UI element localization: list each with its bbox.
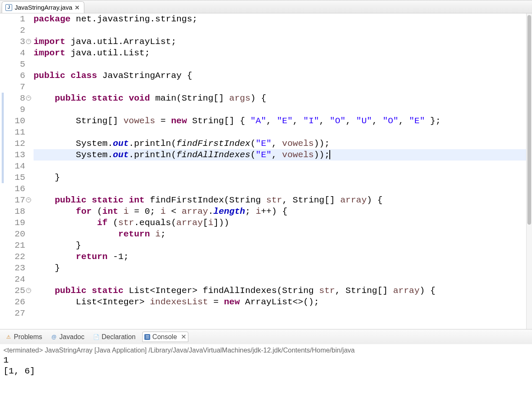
code-line[interactable] — [34, 59, 532, 70]
line-number: 22 — [7, 251, 25, 262]
console-status: <terminated> JavaStringArray [Java Appli… — [0, 344, 532, 355]
code-line[interactable]: for (int i = 0; i < array.length; i++) { — [34, 206, 532, 217]
tab-javadoc[interactable]: @ Javadoc — [49, 332, 86, 342]
line-number: 26 — [7, 296, 25, 308]
console-output[interactable]: 1 [1, 6] — [0, 355, 532, 377]
fold-toggle-icon[interactable]: − — [26, 39, 31, 44]
line-number-gutter[interactable]: 1234567891011121314151617181920212223242… — [7, 13, 27, 329]
code-line[interactable]: System.out.println(findFirstIndex("E", v… — [34, 138, 532, 149]
line-number: 21 — [7, 240, 25, 251]
line-number: 8 — [7, 93, 25, 104]
code-line[interactable]: } — [34, 240, 532, 251]
line-number: 23 — [7, 262, 25, 274]
tab-label: Declaration — [102, 333, 136, 341]
text-cursor — [329, 150, 330, 159]
line-number: 13 — [7, 149, 25, 161]
code-line[interactable] — [34, 308, 532, 319]
line-number: 15 — [7, 172, 25, 183]
tab-filename: JavaStringArray.java — [15, 4, 72, 11]
line-number: 18 — [7, 206, 25, 217]
line-number: 9 — [7, 104, 25, 115]
code-line[interactable] — [34, 104, 532, 115]
line-number: 5 — [7, 59, 25, 70]
javadoc-icon: @ — [51, 334, 57, 340]
tab-label: Console — [152, 333, 177, 341]
line-number: 2 — [7, 25, 25, 36]
code-line[interactable]: public static List<Integer> findAllIndex… — [34, 285, 532, 296]
console-line: 1 — [3, 355, 529, 366]
code-line[interactable] — [34, 127, 532, 138]
code-line[interactable]: } — [34, 262, 532, 274]
close-icon[interactable]: ✕ — [181, 333, 186, 341]
fold-gutter[interactable]: −−−− — [27, 13, 32, 329]
line-number: 12 — [7, 138, 25, 149]
vertical-scrollbar[interactable] — [526, 13, 532, 329]
fold-toggle-icon[interactable]: − — [26, 96, 31, 101]
tab-label: Javadoc — [60, 333, 85, 341]
line-number: 27 — [7, 308, 25, 319]
line-number: 25 — [7, 285, 25, 296]
line-number: 17 — [7, 194, 25, 206]
code-line[interactable]: public static void main(String[] args) { — [34, 93, 532, 104]
tab-label: Problems — [14, 333, 42, 341]
code-line[interactable]: package net.javastring.strings; — [34, 13, 532, 25]
code-line[interactable] — [34, 81, 532, 93]
line-number: 3 — [7, 36, 25, 47]
code-line[interactable]: import java.util.List; — [34, 47, 532, 59]
line-number: 4 — [7, 47, 25, 59]
tab-declaration[interactable]: 📄 Declaration — [91, 332, 137, 342]
declaration-icon: 📄 — [93, 334, 99, 340]
line-number: 7 — [7, 81, 25, 93]
close-icon[interactable]: ✕ — [75, 4, 80, 11]
code-line[interactable]: String[] vowels = new String[] { "A", "E… — [34, 115, 532, 127]
scrollbar-thumb[interactable] — [527, 15, 531, 225]
code-line[interactable] — [34, 25, 532, 36]
tab-console[interactable]: ☰ Console ✕ — [142, 332, 188, 342]
code-line[interactable]: } — [34, 172, 532, 183]
fold-toggle-icon[interactable]: − — [26, 288, 31, 293]
code-line[interactable]: public class JavaStringArray { — [34, 70, 532, 81]
fold-toggle-icon[interactable]: − — [26, 197, 31, 202]
code-line[interactable] — [34, 274, 532, 285]
console-icon: ☰ — [144, 334, 150, 340]
line-number: 6 — [7, 70, 25, 81]
editor-tab-active[interactable]: J JavaStringArray.java ✕ — [2, 1, 84, 13]
line-number: 19 — [7, 217, 25, 228]
code-area[interactable]: package net.javastring.strings;import ja… — [32, 13, 532, 329]
line-number: 24 — [7, 274, 25, 285]
code-line[interactable]: import java.util.ArrayList; — [34, 36, 532, 47]
code-line[interactable]: List<Integer> indexesList = new ArrayLis… — [34, 296, 532, 308]
code-line[interactable]: return i; — [34, 228, 532, 240]
line-number: 16 — [7, 183, 25, 194]
line-number: 14 — [7, 161, 25, 172]
line-number: 20 — [7, 228, 25, 240]
line-number: 10 — [7, 115, 25, 127]
code-line[interactable] — [34, 183, 532, 194]
bottom-panel-tabs: ⚠ Problems @ Javadoc 📄 Declaration ☰ Con… — [0, 329, 532, 344]
editor-ruler — [0, 13, 7, 329]
line-number: 1 — [7, 13, 25, 25]
java-file-icon: J — [5, 4, 12, 11]
tab-problems[interactable]: ⚠ Problems — [3, 332, 44, 342]
code-line[interactable]: public static int findFirstIndex(String … — [34, 194, 532, 206]
code-line[interactable]: return -1; — [34, 251, 532, 262]
code-line[interactable]: System.out.println(findAllIndexes("E", v… — [34, 149, 532, 161]
code-editor[interactable]: 1234567891011121314151617181920212223242… — [0, 13, 532, 329]
code-line[interactable]: if (str.equals(array[i])) — [34, 217, 532, 228]
problems-icon: ⚠ — [5, 334, 12, 340]
code-line[interactable] — [34, 161, 532, 172]
line-number: 11 — [7, 127, 25, 138]
console-line: [1, 6] — [3, 366, 529, 377]
editor-tab-bar: J JavaStringArray.java ✕ — [0, 0, 532, 13]
